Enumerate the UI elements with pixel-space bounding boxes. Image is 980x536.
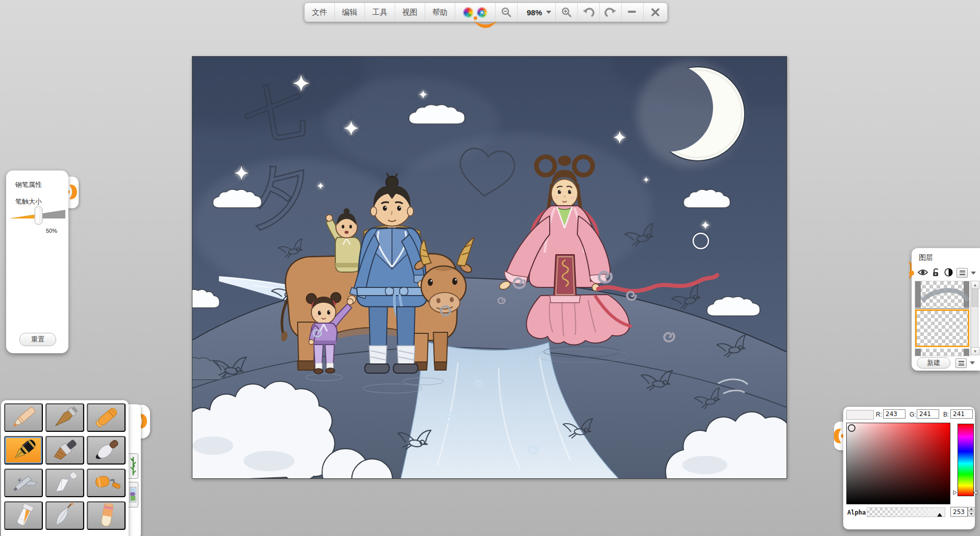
chevron-down-icon[interactable]	[970, 361, 975, 364]
tool-airbrush[interactable]	[4, 469, 43, 497]
mascot-left-eye-icon	[463, 7, 474, 18]
tool-palette-panel	[1, 400, 129, 536]
tool-paint-bottle[interactable]	[4, 501, 43, 530]
redo-button[interactable]	[600, 3, 622, 21]
zoom-level-dropdown[interactable]: 98%	[518, 3, 556, 21]
alpha-step-down-button[interactable]	[968, 511, 974, 517]
minimize-button[interactable]	[622, 3, 644, 21]
layer-lock-button[interactable]	[932, 267, 940, 277]
hue-strip[interactable]	[958, 424, 974, 496]
layer-blend-button[interactable]	[944, 268, 953, 277]
chevron-down-icon	[546, 11, 551, 14]
red-label: R:	[876, 411, 882, 418]
menu-edit-label: 编辑	[342, 8, 357, 17]
menu-tools-label: 工具	[372, 8, 387, 17]
alpha-input[interactable]	[950, 507, 968, 517]
scroll-thumb[interactable]	[972, 288, 978, 307]
alpha-slider[interactable]	[867, 507, 945, 517]
mascot-right-eye-icon	[477, 7, 487, 18]
redo-arrow-icon	[604, 6, 617, 18]
new-layer-label: 新建	[927, 358, 940, 368]
magnifier-plus-icon	[561, 7, 572, 18]
eye-icon	[918, 269, 928, 276]
red-input[interactable]	[883, 409, 905, 419]
close-x-icon	[651, 8, 659, 16]
zoom-in-button[interactable]	[556, 3, 578, 21]
mascot-dot-icon	[909, 271, 914, 276]
tool-leaf-blade[interactable]	[45, 501, 84, 530]
color-selector-ring[interactable]	[848, 424, 855, 432]
undo-arrow-icon	[582, 6, 595, 18]
layers-panel-title: 图层	[919, 253, 933, 262]
saturation-value-gradient[interactable]	[846, 423, 950, 504]
alpha-label: Alpha	[847, 509, 866, 516]
undo-button[interactable]	[578, 3, 600, 21]
zoom-level-value: 98%	[522, 8, 544, 17]
layer-row-partial[interactable]	[915, 349, 969, 356]
minimize-dash-icon	[628, 11, 637, 14]
tool-colored-pencil[interactable]	[4, 403, 43, 432]
alpha-value-stepper	[950, 507, 975, 517]
pen-properties-panel: 钢笔属性 笔触大小 50% 重置	[6, 170, 68, 353]
alpha-marker-icon[interactable]	[937, 513, 942, 517]
open-lock-icon	[932, 267, 940, 277]
blend-circle-icon	[944, 268, 953, 277]
layer-visibility-button[interactable]	[918, 269, 928, 276]
bamboo-decor-button[interactable]	[128, 453, 138, 479]
zoom-out-button[interactable]	[496, 3, 518, 21]
drawing-canvas[interactable]: 七 夕	[192, 56, 787, 479]
menu-view[interactable]: 视图	[395, 3, 425, 21]
stamp-picture-button[interactable]	[128, 482, 138, 507]
app-window: 七 夕	[0, 0, 980, 536]
pen-panel-title: 钢笔属性	[15, 180, 42, 189]
tool-crayon[interactable]	[87, 403, 126, 432]
tool-wood-stylus[interactable]	[45, 403, 84, 432]
layer-options-button[interactable]	[957, 268, 968, 278]
layer-scrollbar[interactable]: ▲ ▼	[971, 281, 978, 355]
blue-label: B:	[943, 411, 949, 418]
stamp-picture-icon	[130, 487, 136, 502]
layer-thumbnail-sketch	[915, 281, 969, 308]
close-button[interactable]	[644, 3, 667, 21]
hue-marker-right-icon[interactable]	[973, 490, 977, 495]
hue-marker-left-icon[interactable]	[953, 490, 957, 495]
menu-file-label: 文件	[312, 8, 327, 17]
green-label: G:	[910, 411, 916, 418]
color-picker-panel: R: G: B: Alpha	[843, 407, 975, 529]
tool-ink-brush[interactable]	[87, 436, 126, 465]
layers-panel: 图层	[912, 248, 980, 371]
tool-paint-roller[interactable]	[87, 469, 126, 497]
tool-eraser[interactable]	[87, 501, 126, 530]
mascot-mouth-icon	[472, 20, 499, 33]
layer-list	[915, 281, 971, 356]
menu-file[interactable]: 文件	[305, 3, 335, 21]
green-input[interactable]	[917, 409, 939, 419]
layer-list-menu-button[interactable]	[955, 358, 967, 368]
tool-flat-brush[interactable]	[45, 436, 84, 465]
reset-button-label: 重置	[31, 335, 44, 344]
scroll-up-button[interactable]: ▲	[971, 281, 979, 289]
menu-tools[interactable]: 工具	[365, 3, 395, 21]
bamboo-icon	[130, 456, 136, 476]
menu-help-label: 帮助	[432, 8, 448, 17]
magnifier-minus-icon	[501, 7, 512, 18]
alpha-step-up-button[interactable]	[968, 507, 974, 511]
menu-view-label: 视图	[402, 8, 418, 17]
scroll-down-button[interactable]: ▼	[971, 347, 979, 355]
tool-palette-knife[interactable]	[45, 469, 84, 497]
new-layer-button[interactable]: 新建	[917, 357, 950, 369]
blue-input[interactable]	[950, 409, 973, 419]
menu-edit[interactable]: 编辑	[335, 3, 365, 21]
layer-row-paint-selected[interactable]	[915, 309, 969, 347]
slider-track	[8, 205, 66, 228]
layer-row-sketch[interactable]	[915, 281, 969, 308]
chevron-down-icon[interactable]	[971, 272, 976, 275]
tool-fountain-pen[interactable]	[4, 436, 43, 465]
brush-size-slider[interactable]	[8, 205, 66, 228]
canvas-artwork: 七 夕	[192, 57, 787, 478]
reset-button[interactable]: 重置	[19, 333, 56, 346]
mascot-nose-icon	[474, 16, 477, 20]
menu-help[interactable]: 帮助	[425, 3, 455, 21]
main-toolbar: 文件 编辑 工具 视图 帮助 98%	[304, 3, 668, 22]
mascot-button[interactable]	[455, 3, 496, 21]
